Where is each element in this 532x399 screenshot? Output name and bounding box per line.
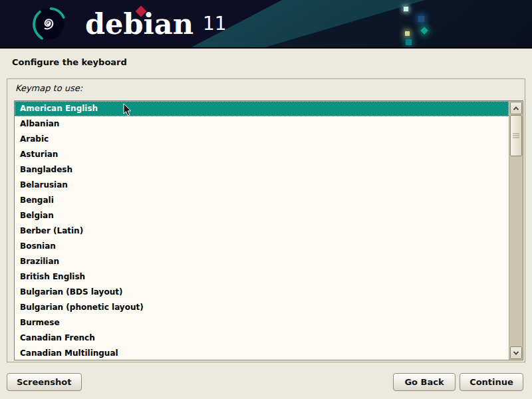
continue-button[interactable]: Continue bbox=[460, 373, 523, 391]
keymap-options: American EnglishAlbanianArabicAsturianBa… bbox=[15, 101, 509, 360]
scroll-up-button[interactable] bbox=[510, 102, 522, 114]
brand-wordmark: debian 11 bbox=[85, 0, 227, 49]
keymap-option[interactable]: Arabic bbox=[15, 132, 509, 147]
keymap-frame: Keymap to use: American EnglishAlbanianA… bbox=[7, 78, 525, 362]
keymap-option[interactable]: Bosnian bbox=[15, 239, 509, 254]
keymap-option[interactable]: Bengali bbox=[15, 193, 509, 208]
keymap-option[interactable]: British English bbox=[15, 269, 509, 285]
keymap-list: American EnglishAlbanianArabicAsturianBa… bbox=[14, 100, 523, 360]
chevron-up-icon bbox=[513, 106, 519, 112]
chevron-down-icon bbox=[513, 349, 519, 354]
thumb-grip-icon bbox=[513, 132, 519, 140]
keymap-option[interactable]: Belarusian bbox=[15, 178, 509, 193]
keymap-option[interactable]: Brazilian bbox=[15, 254, 509, 269]
keymap-option[interactable]: Albanian bbox=[15, 116, 509, 132]
keymap-option[interactable]: Canadian Multilingual bbox=[15, 346, 509, 360]
keymap-option[interactable]: Belgian bbox=[15, 208, 509, 223]
keymap-option[interactable]: Asturian bbox=[15, 147, 509, 162]
decor-square bbox=[418, 16, 424, 22]
banner: debian 11 bbox=[0, 0, 532, 49]
decor-square bbox=[405, 31, 410, 36]
page-title: Configure the keyboard bbox=[12, 57, 127, 67]
keymap-label: Keymap to use: bbox=[15, 83, 82, 93]
keymap-option[interactable]: Bulgarian (phonetic layout) bbox=[15, 300, 509, 315]
keymap-option[interactable]: Bangladesh bbox=[15, 162, 509, 178]
debian-swirl-icon bbox=[29, 5, 68, 43]
scroll-down-button[interactable] bbox=[510, 346, 522, 359]
keymap-option[interactable]: Burmese bbox=[15, 315, 509, 331]
keymap-option[interactable]: Canadian French bbox=[15, 331, 509, 346]
keymap-option[interactable]: American English bbox=[15, 101, 509, 116]
scrollbar-thumb[interactable] bbox=[510, 115, 522, 156]
screenshot-button[interactable]: Screenshot bbox=[7, 373, 82, 391]
keymap-option[interactable]: Berber (Latin) bbox=[15, 223, 509, 239]
vertical-scrollbar[interactable] bbox=[509, 101, 523, 360]
debian-installer-window: debian 11 Configure the keyboard Keymap … bbox=[0, 0, 532, 399]
decor-square bbox=[404, 7, 408, 11]
brand-version: 11 bbox=[203, 0, 227, 48]
decor-square bbox=[406, 39, 412, 45]
keymap-option[interactable]: Bulgarian (BDS layout) bbox=[15, 285, 509, 300]
go-back-button[interactable]: Go Back bbox=[393, 373, 456, 391]
